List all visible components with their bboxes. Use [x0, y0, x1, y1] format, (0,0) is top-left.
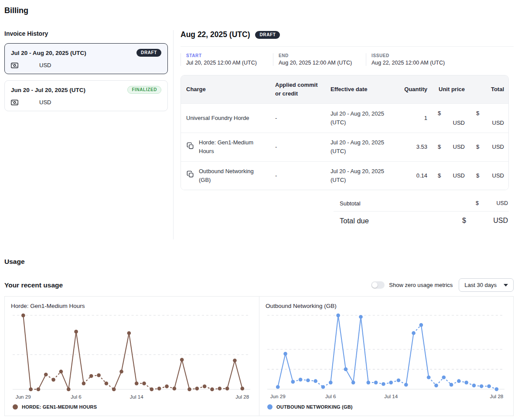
- unit-price-value: $USD: [438, 109, 465, 127]
- invoice-detail-title: Aug 22, 2025 (UTC): [181, 30, 250, 39]
- invoice-section: Invoice History Jul 20 - Aug 20, 2025 (U…: [4, 30, 514, 239]
- applied-commit-value: -: [270, 133, 325, 161]
- page-title: Billing: [4, 6, 514, 15]
- date-range-dropdown[interactable]: Last 30 days: [459, 278, 514, 292]
- col-effective-date: Effective date: [325, 75, 392, 103]
- invoice-history-panel: Invoice History Jul 20 - Aug 20, 2025 (U…: [4, 30, 173, 239]
- svg-text:Jun 29: Jun 29: [270, 394, 286, 399]
- meta-start-value: Jul 20, 2025 12:00 AM (UTC): [186, 60, 262, 66]
- money-icon: [11, 99, 18, 106]
- svg-text:Jul 14: Jul 14: [384, 394, 398, 399]
- table-row: Universal Foundry Horde - Jul 20 - Aug 2…: [181, 103, 508, 133]
- meta-issued-label: ISSUED: [371, 53, 445, 58]
- meta-issued-value: Aug 22, 2025 12:00 AM (UTC): [371, 60, 445, 66]
- quantity-value: 1: [392, 104, 433, 133]
- col-unit-price: Unit price: [433, 75, 470, 103]
- invoice-card-finalized[interactable]: Jun 20 - Jul 20, 2025 (UTC) FINALIZED US…: [4, 80, 168, 111]
- meta-issued: ISSUED Aug 22, 2025 12:00 AM (UTC): [366, 53, 445, 66]
- date-range-value: Last 30 days: [464, 282, 497, 288]
- invoice-currency: USD: [39, 62, 51, 68]
- applied-commit-value: -: [270, 162, 325, 190]
- subtotal-amount: $ USD: [476, 200, 508, 206]
- quantity-value: 3.53: [392, 133, 433, 161]
- effective-date-value: Jul 20 - Aug 20, 2025 (UTC): [325, 104, 392, 133]
- table-row: Outbound Networking (GB) - Jul 20 - Aug …: [181, 161, 508, 190]
- invoice-detail-panel: Aug 22, 2025 (UTC) DRAFT START Jul 20, 2…: [173, 30, 514, 239]
- invoice-period: Jul 20 - Aug 20, 2025 (UTC): [11, 50, 86, 56]
- sub-item-icon: [186, 170, 194, 181]
- invoice-card-draft[interactable]: Jul 20 - Aug 20, 2025 (UTC) DRAFT USD: [4, 43, 168, 74]
- legend-dot: [267, 404, 273, 410]
- col-applied-commit: Applied commit or credit: [270, 75, 325, 103]
- chart-panel-horde: Horde: Gen1-Medium Hours Jun 29Jul 6Jul …: [5, 297, 259, 416]
- applied-commit-value: -: [270, 104, 325, 133]
- toggle-knob: [372, 282, 378, 288]
- charge-name: Outbound Networking (GB): [199, 167, 265, 184]
- chart-panel-networking: Outbound Networking (GB) Jun 29Jul 6Jul …: [259, 297, 513, 416]
- total-due-amount: $ USD: [462, 217, 508, 225]
- money-icon: [11, 62, 18, 68]
- svg-text:Jul 14: Jul 14: [130, 394, 143, 400]
- usage-toolbar: Your recent usage Show zero usage metric…: [4, 278, 514, 292]
- line-chart-horde: Jun 29Jul 6Jul 14Jul 28: [11, 310, 252, 403]
- svg-text:Jul 6: Jul 6: [71, 394, 82, 400]
- table-row: Horde: Gen1-Medium Hours - Jul 20 - Aug …: [181, 133, 508, 161]
- invoice-currency: USD: [39, 99, 51, 106]
- svg-text:Jul 28: Jul 28: [235, 394, 249, 400]
- effective-date-value: Jul 20 - Aug 20, 2025 (UTC): [325, 162, 392, 190]
- svg-text:Jul 6: Jul 6: [325, 394, 336, 399]
- total-value: $USD: [476, 143, 504, 151]
- show-zero-usage-label: Show zero usage metrics: [389, 282, 453, 288]
- col-charge: Charge: [181, 75, 270, 103]
- charges-table-header: Charge Applied commit or credit Effectiv…: [181, 75, 508, 103]
- meta-start-label: START: [186, 53, 262, 58]
- svg-text:Jul 28: Jul 28: [490, 394, 503, 399]
- total-due-label: Total due: [340, 217, 369, 225]
- sub-item-icon: [186, 142, 194, 153]
- unit-price-value: $USD: [438, 171, 465, 180]
- charge-name: Universal Foundry Horde: [186, 114, 249, 123]
- meta-end-value: Aug 20, 2025 12:00 AM (UTC): [279, 60, 354, 66]
- usage-heading: Usage: [4, 258, 514, 266]
- subtotal-label: Subtotal: [340, 200, 361, 207]
- quantity-value: 0.14: [392, 162, 433, 190]
- legend-dot: [13, 404, 18, 410]
- chart-legend: HORDE: GEN1-MEDIUM HOURS: [13, 404, 252, 410]
- chevron-down-icon: [504, 284, 508, 287]
- usage-charts-container: Horde: Gen1-Medium Hours Jun 29Jul 6Jul …: [4, 296, 514, 416]
- invoice-history-heading: Invoice History: [4, 30, 173, 37]
- col-total: Total: [470, 75, 509, 103]
- col-quantity: Quantity: [392, 75, 433, 103]
- legend-label: OUTBOUND NETWORKING (GB): [276, 404, 353, 410]
- chart-legend: OUTBOUND NETWORKING (GB): [267, 404, 506, 410]
- charge-name: Horde: Gen1-Medium Hours: [199, 138, 265, 156]
- charges-table: Charge Applied commit or credit Effectiv…: [181, 75, 509, 190]
- chart-title: Horde: Gen1-Medium Hours: [11, 303, 252, 309]
- invoice-detail-status-badge: DRAFT: [255, 31, 280, 39]
- total-value: $USD: [476, 109, 504, 127]
- invoice-totals: Subtotal $ USD Total due $ USD: [334, 198, 509, 229]
- status-badge: FINALIZED: [127, 86, 161, 94]
- meta-start: START Jul 20, 2025 12:00 AM (UTC): [181, 53, 262, 66]
- legend-label: HORDE: GEN1-MEDIUM HOURS: [22, 404, 97, 410]
- status-badge: DRAFT: [136, 49, 161, 57]
- effective-date-value: Jul 20 - Aug 20, 2025 (UTC): [325, 133, 392, 161]
- recent-usage-heading: Your recent usage: [4, 281, 371, 289]
- invoice-meta-row: START Jul 20, 2025 12:00 AM (UTC) END Au…: [181, 53, 514, 66]
- chart-title: Outbound Networking (GB): [266, 303, 506, 309]
- meta-end-label: END: [279, 53, 354, 58]
- total-value: $USD: [476, 171, 504, 180]
- line-chart-networking: Jun 29Jul 6Jul 14Jul 28: [266, 310, 506, 403]
- meta-end: END Aug 20, 2025 12:00 AM (UTC): [273, 53, 354, 66]
- svg-text:Jun 29: Jun 29: [16, 394, 31, 400]
- show-zero-usage-toggle[interactable]: [371, 281, 385, 289]
- invoice-period: Jun 20 - Jul 20, 2025 (UTC): [11, 87, 85, 93]
- unit-price-value: $USD: [438, 143, 465, 151]
